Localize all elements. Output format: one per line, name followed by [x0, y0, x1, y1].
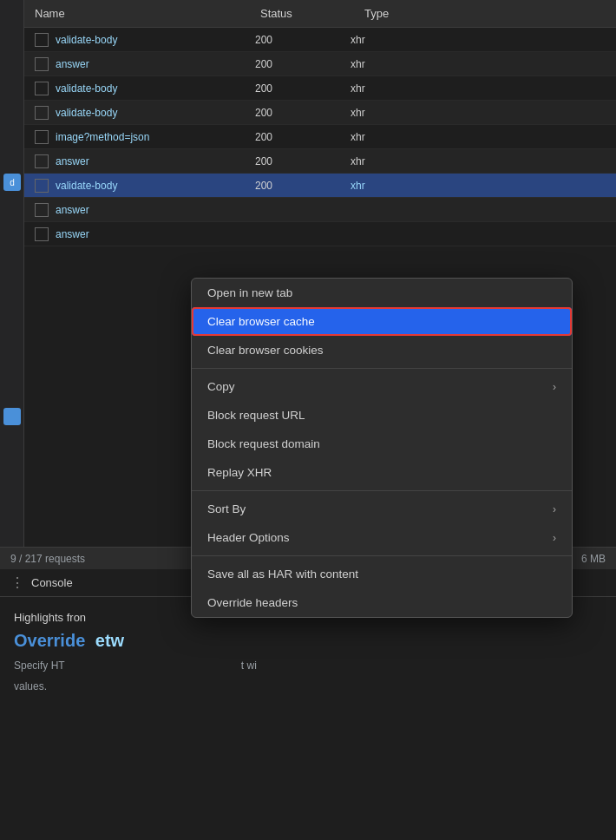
override-desc-suffix: t wi	[241, 660, 257, 672]
row-checkbox[interactable]	[35, 82, 49, 95]
menu-item-label: Open in new tab	[207, 286, 292, 299]
menu-item-label: Replay XHR	[207, 466, 272, 479]
menu-item-label: Copy	[207, 380, 235, 393]
row-status: 200	[255, 58, 351, 70]
table-row[interactable]: validate-body 200 xhr	[24, 101, 616, 125]
table-row[interactable]: image?method=json 200 xhr	[24, 125, 616, 149]
table-row[interactable]: validate-body 200 xhr	[24, 76, 616, 101]
row-checkbox[interactable]	[35, 179, 49, 193]
row-status: 200	[255, 155, 351, 167]
row-status: 200	[255, 180, 351, 192]
row-status: 200	[255, 131, 351, 143]
menu-item-label: Clear browser cache	[207, 315, 315, 328]
row-type: xhr	[351, 34, 365, 46]
row-checkbox[interactable]	[35, 106, 49, 120]
row-status: 200	[255, 34, 351, 46]
table-row[interactable]: answer	[24, 198, 616, 222]
menu-item-override-headers[interactable]: Override headers	[192, 588, 572, 617]
table-row[interactable]: answer 200 xhr	[24, 52, 616, 76]
row-type: xhr	[351, 180, 365, 192]
menu-item-label: Block request domain	[207, 437, 320, 450]
row-status: 200	[255, 107, 351, 119]
table-row[interactable]: answer	[24, 222, 616, 246]
values-text: values.	[14, 680, 602, 692]
row-name: validate-body	[56, 180, 255, 192]
row-type: xhr	[351, 131, 365, 143]
menu-item-block-domain[interactable]: Block request domain	[192, 430, 572, 458]
sidebar-icon-bottom	[3, 408, 21, 425]
row-type: xhr	[351, 155, 365, 167]
row-name: answer	[56, 155, 255, 167]
row-checkbox[interactable]	[35, 130, 49, 144]
table-row[interactable]: answer 200 xhr	[24, 149, 616, 174]
row-status: 200	[255, 82, 351, 95]
column-header-name: Name	[35, 7, 260, 20]
menu-item-clear-cache[interactable]: Clear browser cache	[192, 307, 572, 336]
sidebar-icon-top: d	[3, 174, 21, 191]
chevron-right-icon: ›	[553, 381, 556, 393]
row-type: xhr	[351, 107, 365, 119]
chevron-right-icon: ›	[553, 503, 556, 515]
row-type: xhr	[351, 82, 365, 95]
menu-item-replay-xhr[interactable]: Replay XHR	[192, 458, 572, 487]
column-header-status: Status	[260, 7, 364, 20]
menu-item-label: Save all as HAR with content	[207, 568, 358, 581]
row-type: xhr	[351, 58, 365, 70]
table-header: Name Status Type	[0, 0, 616, 28]
row-checkbox[interactable]	[35, 57, 49, 71]
menu-item-label: Override headers	[207, 596, 298, 609]
row-name: answer	[56, 228, 255, 240]
table-row[interactable]: validate-body 200 xhr	[24, 28, 616, 52]
chevron-right-icon: ›	[553, 532, 556, 544]
override-title-text: Override	[14, 631, 85, 650]
table-body: validate-body 200 xhr answer 200 xhr val…	[24, 28, 616, 246]
size-info: 6 MB	[581, 553, 606, 565]
menu-divider	[192, 368, 572, 369]
row-checkbox[interactable]	[35, 33, 49, 47]
menu-item-copy[interactable]: Copy ›	[192, 372, 572, 401]
row-checkbox[interactable]	[35, 227, 49, 241]
override-desc: Specify HT t wi	[14, 658, 602, 673]
bottom-panel: Highlights fron Override etw Specify HT …	[0, 597, 616, 840]
row-name: answer	[56, 58, 255, 70]
column-header-type: Type	[364, 7, 389, 20]
menu-divider	[192, 555, 572, 556]
table-row[interactable]: validate-body 200 xhr	[24, 174, 616, 198]
console-label: Console	[31, 576, 73, 589]
menu-item-label: Header Options	[207, 531, 290, 544]
menu-item-sort-by[interactable]: Sort By ›	[192, 495, 572, 523]
row-name: answer	[56, 204, 255, 216]
row-name: validate-body	[56, 34, 255, 46]
row-name: validate-body	[56, 107, 255, 119]
menu-item-label: Block request URL	[207, 409, 305, 422]
menu-item-clear-cookies[interactable]: Clear browser cookies	[192, 336, 572, 364]
row-checkbox[interactable]	[35, 203, 49, 217]
menu-divider	[192, 490, 572, 491]
row-checkbox[interactable]	[35, 154, 49, 168]
request-count: 9 / 217 requests	[10, 553, 85, 565]
row-name: validate-body	[56, 82, 255, 95]
menu-item-block-url[interactable]: Block request URL	[192, 401, 572, 430]
menu-item-label: Sort By	[207, 502, 246, 515]
menu-item-save-har[interactable]: Save all as HAR with content	[192, 560, 572, 588]
network-panel: d Name Status Type validate-body 200 xhr…	[0, 0, 616, 840]
menu-item-open-new-tab[interactable]: Open in new tab	[192, 279, 572, 307]
menu-item-header-options[interactable]: Header Options ›	[192, 523, 572, 552]
menu-item-label: Clear browser cookies	[207, 344, 324, 357]
row-name: image?method=json	[56, 131, 255, 143]
network-label: etw	[95, 631, 124, 650]
override-title: Override etw	[14, 631, 602, 651]
context-menu: Open in new tab Clear browser cache Clea…	[191, 278, 573, 618]
console-dots-icon: ⋮	[10, 574, 24, 591]
